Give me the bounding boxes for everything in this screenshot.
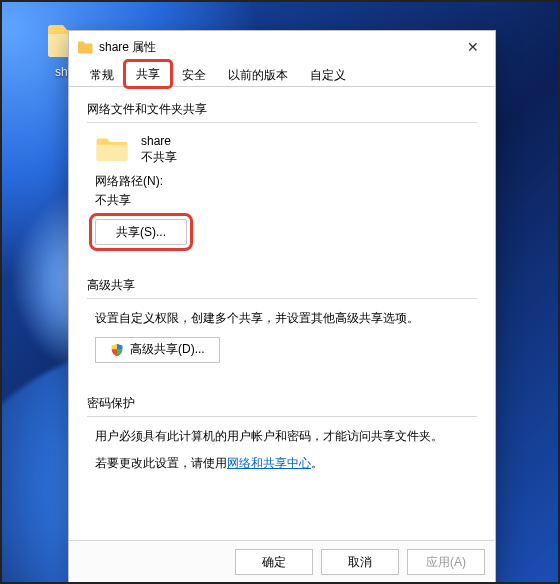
group-network-title: 网络文件和文件夹共享 (87, 101, 477, 118)
group-password-title: 密码保护 (87, 395, 477, 412)
advanced-sharing-button-label: 高级共享(D)... (130, 341, 205, 358)
tab-security[interactable]: 安全 (171, 62, 217, 87)
group-network-sharing: 网络文件和文件夹共享 share 不共享 网络路径(N): 不共享 共享(S).… (87, 101, 477, 259)
advanced-sharing-desc: 设置自定义权限，创建多个共享，并设置其他高级共享选项。 (95, 309, 469, 328)
share-button[interactable]: 共享(S)... (95, 219, 187, 245)
tab-body-sharing: 网络文件和文件夹共享 share 不共享 网络路径(N): 不共享 共享(S).… (69, 87, 495, 540)
tab-customize[interactable]: 自定义 (299, 62, 357, 87)
share-folder-state: 不共享 (141, 149, 177, 165)
ok-button[interactable]: 确定 (235, 549, 313, 575)
title-folder-icon (77, 39, 93, 55)
dialog-title: share 属性 (99, 39, 459, 56)
tab-general[interactable]: 常规 (79, 62, 125, 87)
dialog-button-row: 确定 取消 应用(A) (69, 540, 495, 583)
properties-dialog: share 属性 ✕ 常规 共享 安全 以前的版本 自定义 网络文件和文件夹共享… (68, 30, 496, 584)
folder-large-icon (95, 135, 129, 163)
tab-previous-versions[interactable]: 以前的版本 (217, 62, 299, 87)
titlebar: share 属性 ✕ (69, 31, 495, 63)
cancel-button[interactable]: 取消 (321, 549, 399, 575)
uac-shield-icon (110, 343, 124, 357)
close-icon: ✕ (467, 39, 479, 55)
password-line1: 用户必须具有此计算机的用户帐户和密码，才能访问共享文件夹。 (95, 427, 469, 446)
password-line2-suffix: 。 (311, 456, 323, 470)
group-advanced-title: 高级共享 (87, 277, 477, 294)
tab-strip: 常规 共享 安全 以前的版本 自定义 (69, 63, 495, 87)
network-sharing-center-link[interactable]: 网络和共享中心 (227, 456, 311, 470)
network-path-label: 网络路径(N): (95, 173, 469, 190)
group-password-protection: 密码保护 用户必须具有此计算机的用户帐户和密码，才能访问共享文件夹。 若要更改此… (87, 395, 477, 495)
group-advanced-sharing: 高级共享 设置自定义权限，创建多个共享，并设置其他高级共享选项。 高级共享(D)… (87, 277, 477, 376)
tab-sharing[interactable]: 共享 (125, 61, 171, 87)
password-line2-prefix: 若要更改此设置，请使用 (95, 456, 227, 470)
network-path-value: 不共享 (95, 192, 469, 209)
advanced-sharing-button[interactable]: 高级共享(D)... (95, 337, 220, 363)
apply-button[interactable]: 应用(A) (407, 549, 485, 575)
password-line2: 若要更改此设置，请使用网络和共享中心。 (95, 454, 469, 473)
close-button[interactable]: ✕ (459, 33, 487, 61)
share-folder-name: share (141, 133, 177, 149)
